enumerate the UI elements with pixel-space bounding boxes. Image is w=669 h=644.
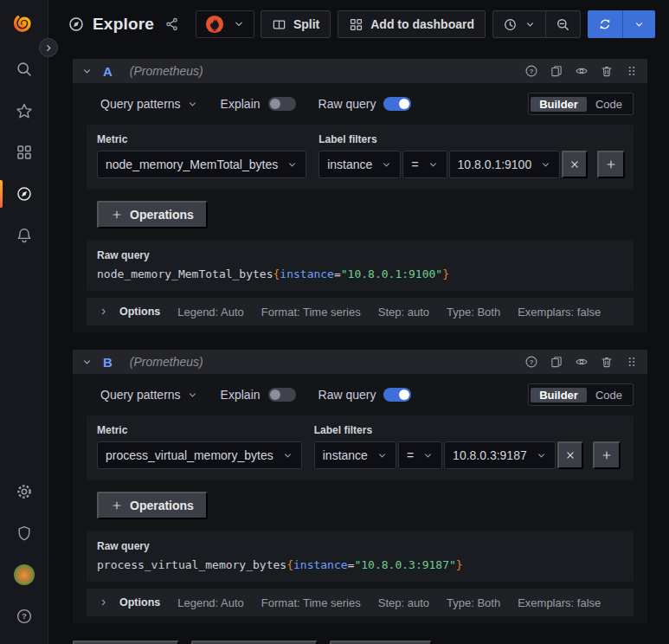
filter-label-select[interactable]: instance: [318, 151, 401, 178]
query-patterns-dropdown[interactable]: Query patterns: [100, 388, 198, 402]
plus-icon: [111, 499, 123, 512]
refresh-button[interactable]: [588, 10, 622, 38]
query-datasource-hint: (Prometheus): [130, 64, 203, 78]
query-ref-id: B: [103, 355, 113, 370]
options-legend: Legend: Auto: [177, 306, 244, 319]
duplicate-query-icon[interactable]: [550, 64, 563, 78]
raw-query-section: Raw query node_memory_MemTotal_bytes{ins…: [87, 241, 634, 291]
zoom-out-button[interactable]: [546, 11, 580, 37]
datasource-picker[interactable]: [196, 10, 254, 38]
split-label: Split: [293, 17, 319, 31]
share-icon[interactable]: [164, 16, 180, 32]
code-mode-option[interactable]: Code: [587, 97, 631, 112]
query-header: A (Prometheus): [73, 59, 647, 83]
query-editor-body: Query patterns Explain Raw query Builder…: [73, 83, 647, 332]
filter-value-select[interactable]: 10.8.0.1:9100: [449, 151, 561, 178]
options-row[interactable]: Options Legend: Auto Format: Time series…: [87, 298, 634, 325]
builder-mode-option[interactable]: Builder: [531, 388, 587, 402]
filter-operator-select[interactable]: =: [402, 151, 447, 178]
options-row[interactable]: Options Legend: Auto Format: Time series…: [87, 589, 634, 616]
filter-operator-chevron-icon: [428, 159, 439, 171]
inspector-button[interactable]: Inspector: [330, 641, 432, 644]
starred-icon[interactable]: [14, 100, 35, 121]
explain-label: Explain: [221, 97, 261, 111]
remove-filter-button[interactable]: [557, 441, 583, 469]
options-exemplars: Exemplars: false: [518, 306, 601, 319]
explain-toggle[interactable]: [268, 97, 296, 111]
options-chevron-icon: [99, 306, 109, 317]
options-type: Type: Both: [447, 596, 500, 609]
operations-label: Operations: [130, 208, 194, 222]
filter-operator-select[interactable]: =: [398, 441, 442, 469]
duplicate-query-icon[interactable]: [550, 355, 563, 369]
split-button[interactable]: Split: [261, 10, 331, 38]
query-patterns-label: Query patterns: [100, 97, 181, 111]
toggle-visibility-eye-icon[interactable]: [575, 355, 589, 369]
filter-value: 10.8.0.3:9187: [453, 448, 527, 462]
query-history-button[interactable]: Query history: [191, 641, 318, 644]
admin-shield-icon[interactable]: [14, 523, 35, 544]
query-row-a: A (Prometheus) Query patterns Explain: [73, 59, 647, 332]
filter-value-chevron-icon: [540, 159, 551, 171]
remove-filter-button[interactable]: [562, 151, 588, 178]
add-filter-button[interactable]: [593, 441, 621, 469]
toggle-visibility-eye-icon[interactable]: [575, 64, 589, 78]
prometheus-logo-icon: [205, 15, 224, 34]
settings-gear-icon[interactable]: [14, 481, 35, 502]
explore-icon[interactable]: [14, 184, 35, 204]
raw-query-title: Raw query: [97, 249, 623, 261]
metric-label: Metric: [97, 133, 306, 145]
alerting-bell-icon[interactable]: [14, 225, 35, 246]
filter-value-select[interactable]: 10.8.0.3:9187: [444, 441, 556, 469]
time-picker-chevron-icon: [524, 19, 536, 30]
code-close-brace: }: [442, 267, 449, 280]
search-icon[interactable]: [14, 59, 35, 80]
options-legend: Legend: Auto: [177, 596, 244, 609]
collapse-chevron-icon[interactable]: [81, 66, 93, 77]
raw-query-toggle[interactable]: [383, 388, 411, 402]
add-filter-button[interactable]: [597, 151, 625, 178]
refresh-interval-dropdown[interactable]: [623, 10, 655, 38]
code-metric: process_virtual_memory_bytes: [97, 558, 286, 571]
query-help-icon[interactable]: [524, 355, 538, 369]
sidebar-expand-button[interactable]: [39, 38, 58, 57]
operations-label: Operations: [130, 499, 194, 512]
builder-mode-option[interactable]: Builder: [531, 97, 587, 112]
add-to-dashboard-button[interactable]: Add to dashboard: [338, 10, 486, 38]
operations-button[interactable]: Operations: [97, 492, 208, 519]
query-ref-id: A: [103, 64, 113, 79]
filter-operator-value: =: [411, 158, 418, 171]
options-step: Step: auto: [378, 306, 429, 319]
query-patterns-dropdown[interactable]: Query patterns: [100, 97, 198, 111]
code-label: instance: [280, 267, 334, 280]
remove-query-trash-icon[interactable]: [600, 355, 614, 369]
collapse-chevron-icon[interactable]: [81, 357, 93, 368]
query-help-icon[interactable]: [524, 64, 538, 78]
drag-handle-grip-icon[interactable]: [625, 64, 639, 78]
time-range-picker[interactable]: [493, 11, 545, 37]
sidebar: [0, 0, 48, 644]
query-patterns-label: Query patterns: [100, 388, 181, 402]
filter-label-select[interactable]: instance: [314, 441, 396, 469]
dashboards-icon[interactable]: [14, 142, 35, 163]
options-type: Type: Both: [447, 306, 500, 319]
options-format: Format: Time series: [261, 306, 361, 319]
label-filters-label: Label filters: [318, 133, 625, 145]
raw-query-toggle[interactable]: [383, 97, 411, 111]
add-query-button[interactable]: Add query: [73, 641, 179, 644]
metric-label: Metric: [97, 424, 302, 436]
drag-handle-grip-icon[interactable]: [625, 355, 639, 369]
help-icon[interactable]: [14, 606, 35, 627]
run-query-split-button: [588, 10, 655, 38]
grafana-logo-icon[interactable]: [12, 11, 36, 35]
explain-toggle[interactable]: [268, 388, 296, 402]
remove-query-trash-icon[interactable]: [600, 64, 614, 78]
operations-button[interactable]: Operations: [97, 201, 208, 229]
zoom-out-icon: [556, 17, 570, 32]
code-mode-option[interactable]: Code: [587, 388, 631, 402]
editor-mode-switch: Builder Code: [528, 93, 634, 115]
metric-select[interactable]: process_virtual_memory_bytes: [97, 441, 302, 469]
metric-select[interactable]: node_memory_MemTotal_bytes: [97, 151, 306, 178]
profile-avatar[interactable]: [14, 564, 35, 585]
filter-value: 10.8.0.1:9100: [458, 158, 532, 171]
